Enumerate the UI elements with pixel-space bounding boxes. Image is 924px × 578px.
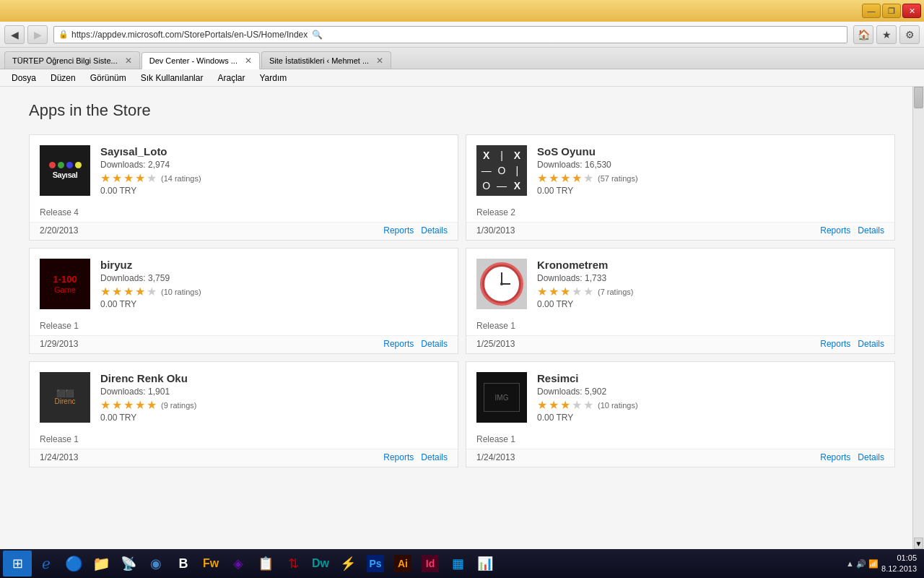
tab-site-label: Site İstatistikleri ‹ Mehmet ...	[269, 56, 369, 65]
reports-link[interactable]: Reports	[820, 225, 850, 236]
tab-site[interactable]: Site İstatistikleri ‹ Mehmet ... ✕	[261, 51, 391, 69]
taskbar-clip[interactable]: 📋	[253, 551, 279, 577]
restore-button[interactable]: ❐	[882, 4, 901, 18]
app-date: 1/29/2013	[40, 339, 78, 349]
app-date: 1/24/2013	[476, 452, 515, 462]
ratings-count: (10 ratings)	[598, 401, 638, 410]
taskbar-ftp[interactable]: ⇅	[280, 551, 306, 577]
details-link[interactable]: Details	[858, 452, 884, 462]
app-stars: ★★★★★ (14 ratings)	[100, 173, 448, 184]
app-info-kronometrem: Kronometrem Downloads: 1,733 ★★★★★ (7 ra…	[537, 259, 884, 309]
id-icon: Id	[422, 555, 439, 572]
app-icon-sayisal-loto: Sayısal	[40, 145, 90, 196]
app-downloads: Downloads: 3,759	[100, 273, 448, 283]
dw-icon: Dw	[312, 555, 329, 572]
menu-sk[interactable]: Sık Kullanılanlar	[135, 72, 209, 85]
app-name: Sayısal_Loto	[100, 145, 448, 158]
reports-link[interactable]: Reports	[383, 452, 414, 462]
time-display: 01:05	[881, 553, 917, 564]
details-link[interactable]: Details	[858, 339, 884, 349]
reports-link[interactable]: Reports	[820, 452, 850, 462]
tab-turtep-close[interactable]: ✕	[125, 56, 132, 66]
chrome-icon: 🔵	[65, 555, 82, 572]
start-button[interactable]: ⊞	[3, 551, 32, 577]
close-button[interactable]: ✕	[902, 4, 921, 18]
tab-devcenter-close[interactable]: ✕	[245, 56, 252, 66]
taskbar-id[interactable]: Id	[417, 551, 443, 577]
forward-button[interactable]: ▶	[27, 25, 48, 44]
bold-icon: B	[175, 555, 192, 572]
app-release: Release 1	[30, 316, 458, 335]
app-name: Kronometrem	[537, 259, 884, 271]
explorer-icon: 📁	[92, 555, 110, 572]
taskbar-fw[interactable]: Fw	[198, 551, 224, 577]
favorites-button[interactable]: ★	[876, 25, 897, 44]
app-release: Release 4	[30, 203, 458, 222]
tab-devcenter[interactable]: Dev Center - Windows ... ✕	[141, 52, 260, 69]
app-card-body: Sayısal Sayısal_Loto Downloads: 2,974 ★★…	[30, 135, 458, 203]
title-bar: — ❐ ✕	[0, 0, 924, 22]
app-links: Reports Details	[383, 225, 448, 236]
taskbar-ai[interactable]: Ai	[390, 551, 416, 577]
app1-icon: ◉	[147, 555, 165, 572]
details-link[interactable]: Details	[421, 452, 448, 462]
menu-yardim[interactable]: Yardım	[253, 72, 292, 85]
page-title: Apps in the Store	[29, 101, 895, 120]
scroll-thumb[interactable]	[914, 87, 923, 108]
app-card-body: IMG Resimci Downloads: 5,902 ★★★★★ (10 r…	[466, 362, 894, 430]
ratings-count: (14 ratings)	[161, 174, 201, 183]
details-link[interactable]: Details	[858, 225, 884, 236]
app-stars: ★★★★★ (10 ratings)	[100, 286, 448, 298]
tab-turtep[interactable]: TÜRTEP Öğrenci Bilgi Siste... ✕	[4, 51, 140, 69]
scrollbar[interactable]: ▲ ▼	[912, 87, 924, 549]
taskbar-chrome[interactable]: 🔵	[61, 551, 87, 577]
taskbar-dw[interactable]: Dw	[308, 551, 334, 577]
ftp-icon: ⇅	[284, 555, 302, 572]
taskbar-vs[interactable]: ◈	[225, 551, 251, 577]
taskbar-explorer[interactable]: 📁	[88, 551, 114, 577]
nav-icons: 🏠 ★ ⚙	[853, 25, 920, 44]
app-card-sos-oyunu: X | X — O | O — X SoS Oyunu Downloads: 1…	[466, 134, 895, 241]
menu-duzen[interactable]: Düzen	[45, 72, 82, 85]
app-stars: ★★★★★ (10 ratings)	[537, 400, 884, 411]
taskbar-bold[interactable]: B	[170, 551, 196, 577]
taskbar-flash[interactable]: ⚡	[335, 551, 361, 577]
taskbar-ppt[interactable]: 📊	[472, 551, 498, 577]
menu-bar: Dosya Düzen Görünüm Sık Kullanılanlar Ar…	[0, 69, 924, 87]
details-link[interactable]: Details	[421, 339, 448, 349]
date-display: 8.12.2013	[881, 564, 917, 574]
reports-link[interactable]: Reports	[820, 339, 850, 349]
home-button[interactable]: 🏠	[853, 25, 873, 44]
address-bar[interactable]: 🔒 https://appdev.microsoft.com/StorePort…	[53, 26, 847, 43]
fw-icon: Fw	[202, 555, 219, 572]
reports-link[interactable]: Reports	[383, 225, 414, 236]
taskbar-ps[interactable]: Ps	[362, 551, 388, 577]
taskbar-devcenter[interactable]: ▦	[445, 551, 471, 577]
app-card-body: Kronometrem Downloads: 1,733 ★★★★★ (7 ra…	[466, 249, 894, 316]
address-icon: 🔒	[58, 30, 69, 39]
menu-araclar[interactable]: Araçlar	[212, 72, 250, 85]
app-icon-resimci: IMG	[476, 372, 527, 423]
taskbar-app1[interactable]: ◉	[143, 551, 169, 577]
tab-turtep-label: TÜRTEP Öğrenci Bilgi Siste...	[12, 56, 118, 65]
menu-dosya[interactable]: Dosya	[6, 72, 42, 85]
app-links: Reports Details	[820, 225, 884, 236]
minimize-button[interactable]: —	[862, 4, 881, 18]
app-card-body: ⬛⬛Direnc Direnc Renk Oku Downloads: 1,90…	[30, 362, 458, 430]
app-downloads: Downloads: 1,901	[100, 387, 448, 397]
app-footer: 1/30/2013 Reports Details	[466, 222, 894, 240]
reports-link[interactable]: Reports	[383, 339, 414, 349]
settings-button[interactable]: ⚙	[899, 25, 920, 44]
teamviewer-icon: 📡	[120, 555, 137, 572]
taskbar-ie[interactable]: ℯ	[33, 551, 59, 577]
back-button[interactable]: ◀	[4, 25, 25, 44]
app-price: 0.00 TRY	[537, 299, 884, 309]
tab-site-close[interactable]: ✕	[376, 56, 383, 66]
scroll-down-button[interactable]: ▼	[914, 538, 923, 549]
details-link[interactable]: Details	[421, 225, 448, 236]
app-name: Resimci	[537, 372, 884, 384]
taskbar-teamviewer[interactable]: 📡	[116, 551, 141, 577]
app-price: 0.00 TRY	[100, 299, 448, 309]
app-icon-biryuz: 1-100 Game	[40, 259, 90, 309]
menu-gorunum[interactable]: Görünüm	[84, 72, 132, 85]
